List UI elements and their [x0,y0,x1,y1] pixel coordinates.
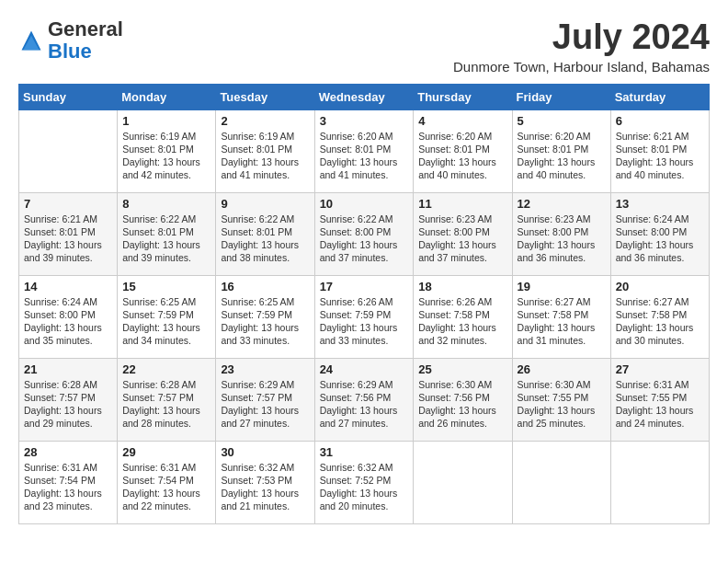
calendar-cell: 13Sunrise: 6:24 AM Sunset: 8:00 PM Dayli… [610,192,709,275]
day-info: Sunrise: 6:19 AM Sunset: 8:01 PM Dayligh… [122,130,210,182]
calendar-cell [19,109,118,192]
logo-icon [18,28,44,53]
month-title: July 2024 [453,18,710,57]
calendar-week-row: 7Sunrise: 6:21 AM Sunset: 8:01 PM Daylig… [19,192,710,275]
day-number: 25 [418,362,506,376]
calendar-cell: 9Sunrise: 6:22 AM Sunset: 8:01 PM Daylig… [216,192,314,275]
day-info: Sunrise: 6:20 AM Sunset: 8:01 PM Dayligh… [518,130,606,182]
day-number: 26 [518,362,606,376]
calendar-cell [414,441,512,523]
day-info: Sunrise: 6:32 AM Sunset: 7:53 PM Dayligh… [221,461,309,513]
day-number: 19 [518,280,606,293]
day-info: Sunrise: 6:32 AM Sunset: 7:52 PM Dayligh… [320,461,409,513]
day-info: Sunrise: 6:22 AM Sunset: 8:00 PM Dayligh… [320,213,409,265]
day-info: Sunrise: 6:20 AM Sunset: 8:01 PM Dayligh… [418,130,506,182]
day-number: 9 [221,197,309,211]
day-info: Sunrise: 6:22 AM Sunset: 8:01 PM Dayligh… [221,213,309,265]
calendar-cell [512,441,610,523]
calendar-cell: 20Sunrise: 6:27 AM Sunset: 7:58 PM Dayli… [610,275,709,358]
day-number: 20 [616,280,704,293]
weekday-header: Thursday [414,84,512,109]
day-info: Sunrise: 6:24 AM Sunset: 8:00 PM Dayligh… [24,295,112,348]
weekday-row: SundayMondayTuesdayWednesdayThursdayFrid… [19,84,710,109]
weekday-header: Sunday [19,84,118,109]
day-number: 6 [616,114,704,128]
day-info: Sunrise: 6:25 AM Sunset: 7:59 PM Dayligh… [122,295,210,348]
calendar-cell [610,441,709,523]
day-number: 23 [221,362,309,376]
calendar-cell: 31Sunrise: 6:32 AM Sunset: 7:52 PM Dayli… [314,441,414,523]
calendar-week-row: 28Sunrise: 6:31 AM Sunset: 7:54 PM Dayli… [19,441,710,523]
day-number: 1 [122,114,210,128]
calendar-cell: 3Sunrise: 6:20 AM Sunset: 8:01 PM Daylig… [314,109,414,192]
day-number: 28 [24,445,112,459]
calendar-cell: 24Sunrise: 6:29 AM Sunset: 7:56 PM Dayli… [314,358,414,441]
calendar-cell: 25Sunrise: 6:30 AM Sunset: 7:56 PM Dayli… [414,358,512,441]
day-info: Sunrise: 6:30 AM Sunset: 7:55 PM Dayligh… [518,378,606,431]
day-info: Sunrise: 6:27 AM Sunset: 7:58 PM Dayligh… [616,295,704,348]
calendar-cell: 10Sunrise: 6:22 AM Sunset: 8:00 PM Dayli… [314,192,414,275]
day-number: 3 [320,114,409,128]
day-number: 15 [122,280,210,293]
calendar-cell: 19Sunrise: 6:27 AM Sunset: 7:58 PM Dayli… [512,275,610,358]
calendar-cell: 8Sunrise: 6:22 AM Sunset: 8:01 PM Daylig… [118,192,216,275]
day-number: 13 [616,197,704,211]
day-info: Sunrise: 6:28 AM Sunset: 7:57 PM Dayligh… [24,378,112,431]
calendar-cell: 17Sunrise: 6:26 AM Sunset: 7:59 PM Dayli… [314,275,414,358]
day-info: Sunrise: 6:22 AM Sunset: 8:01 PM Dayligh… [122,213,210,265]
day-info: Sunrise: 6:28 AM Sunset: 7:57 PM Dayligh… [122,378,210,431]
day-info: Sunrise: 6:29 AM Sunset: 7:56 PM Dayligh… [320,378,409,431]
day-info: Sunrise: 6:25 AM Sunset: 7:59 PM Dayligh… [221,295,309,348]
day-number: 30 [221,445,309,459]
day-info: Sunrise: 6:31 AM Sunset: 7:54 PM Dayligh… [122,461,210,513]
day-number: 7 [24,197,112,211]
calendar-header: SundayMondayTuesdayWednesdayThursdayFrid… [19,84,710,109]
day-info: Sunrise: 6:29 AM Sunset: 7:57 PM Dayligh… [221,378,309,431]
page-header: General Blue July 2024 Dunmore Town, Har… [18,18,710,75]
weekday-header: Tuesday [216,84,314,109]
day-info: Sunrise: 6:19 AM Sunset: 8:01 PM Dayligh… [221,130,309,182]
calendar-week-row: 14Sunrise: 6:24 AM Sunset: 8:00 PM Dayli… [19,275,710,358]
day-number: 10 [320,197,409,211]
calendar-cell: 14Sunrise: 6:24 AM Sunset: 8:00 PM Dayli… [19,275,118,358]
day-info: Sunrise: 6:31 AM Sunset: 7:55 PM Dayligh… [616,378,704,431]
calendar-cell: 26Sunrise: 6:30 AM Sunset: 7:55 PM Dayli… [512,358,610,441]
day-number: 11 [418,197,506,211]
logo-general: General [48,17,123,40]
location-subtitle: Dunmore Town, Harbour Island, Bahamas [453,59,710,75]
weekday-header: Friday [512,84,610,109]
logo-text: General Blue [48,18,123,63]
calendar-week-row: 1Sunrise: 6:19 AM Sunset: 8:01 PM Daylig… [19,109,710,192]
day-number: 2 [221,114,309,128]
day-number: 5 [518,114,606,128]
calendar-cell: 12Sunrise: 6:23 AM Sunset: 8:00 PM Dayli… [512,192,610,275]
calendar-table: SundayMondayTuesdayWednesdayThursdayFrid… [18,84,710,524]
calendar-cell: 7Sunrise: 6:21 AM Sunset: 8:01 PM Daylig… [19,192,118,275]
day-info: Sunrise: 6:31 AM Sunset: 7:54 PM Dayligh… [24,461,112,513]
calendar-cell: 28Sunrise: 6:31 AM Sunset: 7:54 PM Dayli… [19,441,118,523]
day-number: 16 [221,280,309,293]
day-number: 8 [122,197,210,211]
calendar-cell: 27Sunrise: 6:31 AM Sunset: 7:55 PM Dayli… [610,358,709,441]
calendar-cell: 21Sunrise: 6:28 AM Sunset: 7:57 PM Dayli… [19,358,118,441]
day-info: Sunrise: 6:23 AM Sunset: 8:00 PM Dayligh… [418,213,506,265]
weekday-header: Wednesday [314,84,414,109]
weekday-header: Monday [118,84,216,109]
calendar-cell: 29Sunrise: 6:31 AM Sunset: 7:54 PM Dayli… [118,441,216,523]
calendar-cell: 5Sunrise: 6:20 AM Sunset: 8:01 PM Daylig… [512,109,610,192]
day-info: Sunrise: 6:21 AM Sunset: 8:01 PM Dayligh… [616,130,704,182]
day-info: Sunrise: 6:30 AM Sunset: 7:56 PM Dayligh… [418,378,506,431]
day-info: Sunrise: 6:20 AM Sunset: 8:01 PM Dayligh… [320,130,409,182]
calendar-cell: 11Sunrise: 6:23 AM Sunset: 8:00 PM Dayli… [414,192,512,275]
day-number: 27 [616,362,704,376]
day-info: Sunrise: 6:24 AM Sunset: 8:00 PM Dayligh… [616,213,704,265]
title-block: July 2024 Dunmore Town, Harbour Island, … [453,18,710,75]
calendar-week-row: 21Sunrise: 6:28 AM Sunset: 7:57 PM Dayli… [19,358,710,441]
calendar-cell: 6Sunrise: 6:21 AM Sunset: 8:01 PM Daylig… [610,109,709,192]
day-number: 12 [518,197,606,211]
calendar-cell: 22Sunrise: 6:28 AM Sunset: 7:57 PM Dayli… [118,358,216,441]
day-number: 29 [122,445,210,459]
day-info: Sunrise: 6:26 AM Sunset: 7:58 PM Dayligh… [418,295,506,348]
calendar-cell: 23Sunrise: 6:29 AM Sunset: 7:57 PM Dayli… [216,358,314,441]
logo: General Blue [18,18,123,63]
